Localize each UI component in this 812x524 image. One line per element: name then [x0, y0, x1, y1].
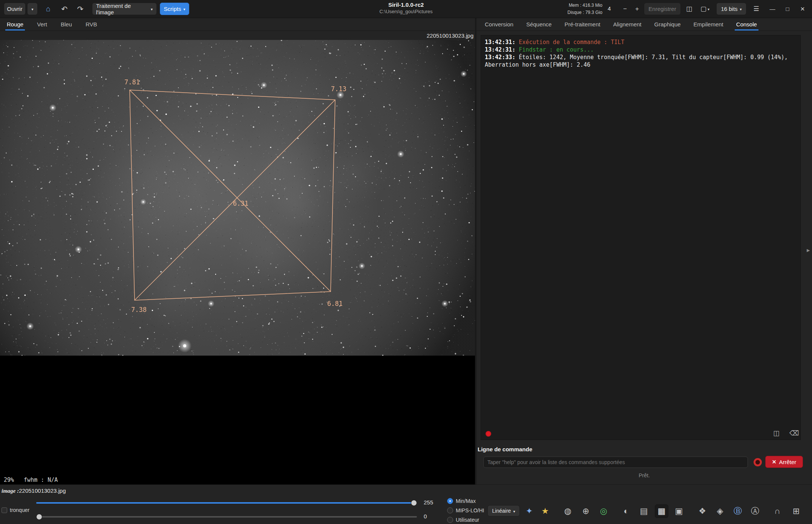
rgb-compose-icon[interactable]: Ⓑ	[731, 504, 745, 518]
command-line-label: Ligne de commande	[478, 446, 532, 452]
log-timestamp: 13:42:31:	[485, 39, 515, 46]
tab-conversion[interactable]: Conversion	[483, 18, 515, 31]
tab-console[interactable]: Console	[735, 18, 758, 31]
scripts-menu-button[interactable]: Scripts ▾	[160, 3, 189, 15]
tab-pretraitement[interactable]: Pré-traitement	[563, 18, 602, 31]
threads-increase-button[interactable]: +	[632, 3, 642, 15]
tab-empilement[interactable]: Empilement	[692, 18, 725, 31]
tilt-fwhm-bottom-right: 6.81	[327, 300, 343, 307]
frames-stack-icon[interactable]: ⊞	[789, 504, 803, 518]
grid-view-icon[interactable]: ▦	[655, 504, 668, 518]
deconvolution-icon[interactable]: ◍	[561, 504, 575, 518]
chevron-down-icon: ▾	[151, 7, 153, 11]
layers-icon[interactable]: ❖	[696, 504, 709, 518]
thread-count-value: 4	[608, 5, 611, 12]
low-level-value: 0	[424, 513, 427, 519]
low-level-slider[interactable]	[36, 514, 417, 520]
astrometry-globe-icon[interactable]: ⊕	[579, 504, 593, 518]
console-output[interactable]: 13:42:31: Exécution de la commande : TIL…	[481, 35, 801, 440]
high-level-value: 255	[424, 499, 433, 506]
tab-graphique[interactable]: Graphique	[653, 18, 682, 31]
threads-decrease-button[interactable]: −	[620, 3, 630, 15]
open-button[interactable]: Ouvrir	[4, 3, 26, 15]
panel-resize-arrow-icon[interactable]: ▶	[807, 248, 810, 253]
menu-icon: ☰	[753, 5, 759, 13]
redo-button[interactable]: ↷	[73, 3, 87, 15]
mode-user-label: Utilisateur	[456, 517, 479, 523]
console-log-line: 13:42:31: Findstar : en cours...	[485, 46, 797, 53]
radio-icon[interactable]	[447, 517, 453, 523]
chevron-down-icon: ▾	[740, 7, 742, 11]
truncate-checkbox[interactable]	[2, 507, 7, 513]
tab-alignement[interactable]: Alignement	[611, 18, 643, 31]
tilt-fwhm-bottom-left: 7.38	[131, 306, 147, 313]
image-processing-menu-label: Traitement de l'image	[96, 3, 149, 15]
photometry-target-icon[interactable]: ◎	[597, 504, 610, 518]
console-log-line: 13:42:33: Étoiles: 1242, Moyenne tronqué…	[485, 53, 797, 69]
image-processing-menu-button[interactable]: Traitement de l'image ▾	[92, 3, 157, 15]
chevron-down-icon: ▾	[183, 7, 185, 11]
low-slider-knob[interactable]	[36, 514, 42, 520]
save-button[interactable]: Enregistrer	[644, 3, 681, 15]
stop-button[interactable]: ✕ Arrêter	[765, 456, 803, 468]
undo-icon: ↶	[61, 5, 68, 14]
close-button[interactable]: ✕	[798, 6, 807, 12]
clear-console-icon[interactable]: ⌫	[789, 429, 799, 437]
scale-mode-selector[interactable]: Linéaire ▾	[487, 505, 520, 516]
maximize-button[interactable]: □	[783, 6, 792, 12]
command-input[interactable]	[483, 457, 748, 468]
negative-view-icon[interactable]: ◐	[619, 504, 633, 518]
scripts-menu-label: Scripts	[164, 6, 181, 12]
hamburger-menu-button[interactable]: ☰	[749, 3, 763, 15]
recording-indicator-icon	[486, 431, 491, 437]
tab-vert[interactable]: Vert	[35, 18, 49, 31]
tab-bleu[interactable]: Bleu	[59, 18, 74, 31]
mode-user-option[interactable]: Utilisateur	[447, 517, 479, 523]
mask-layers-icon[interactable]: ◈	[713, 504, 727, 518]
slider-fill	[36, 502, 414, 504]
chevron-down-icon: ▾	[31, 7, 33, 11]
truncate-label: tronquer	[10, 507, 29, 513]
undo-button[interactable]: ↶	[57, 3, 72, 15]
scale-mode-value: Linéaire	[492, 508, 511, 514]
star-detection-icon[interactable]: ★	[538, 504, 552, 518]
app-title: Siril-1.0.0-rc2	[380, 2, 433, 9]
split-channel-icon[interactable]: ▤	[637, 504, 651, 518]
open-dropdown-button[interactable]: ▾	[27, 3, 38, 15]
single-view-icon[interactable]: ▣	[672, 504, 686, 518]
mode-minmax-label: Min/Max	[456, 498, 476, 504]
tab-rouge[interactable]: Rouge	[5, 18, 25, 31]
layout-selector-button[interactable]: ▢ ▾	[697, 3, 713, 15]
viewer-statusbar: 29%fwhm : N/A	[4, 477, 58, 483]
minus-icon: −	[623, 5, 627, 13]
slider-track[interactable]	[36, 516, 417, 518]
annotations-icon[interactable]: Ⓐ	[748, 504, 762, 518]
image-label: image :	[2, 488, 19, 494]
image-viewer[interactable]: 7.81 7.13 6.81 7.38 6.31 29%fwhm : N/A	[0, 40, 475, 484]
tab-rvb[interactable]: RVB	[84, 18, 99, 31]
high-level-slider[interactable]	[36, 500, 417, 506]
tab-sequence[interactable]: Séquence	[525, 18, 553, 31]
log-message: Findstar : en cours...	[519, 46, 594, 53]
mode-mips-option[interactable]: MIPS-LO/HI	[447, 507, 484, 513]
system-resources: Mem : 416.3 Mio Disque : 79.3 Gio	[567, 2, 602, 16]
current-image-line: image :220510013023.jpg	[2, 487, 66, 494]
stop-button-label: Arrêter	[779, 459, 796, 465]
radio-icon[interactable]	[447, 507, 453, 513]
log-timestamp: 13:42:31:	[485, 46, 515, 53]
export-log-icon[interactable]: ◫	[773, 429, 780, 437]
workflow-tabbar: Conversion Séquence Pré-traitement Align…	[476, 18, 812, 31]
log-timestamp: 13:42:33:	[485, 54, 515, 61]
bit-depth-value: 16 bits	[721, 6, 737, 12]
home-button[interactable]: ⌂	[41, 3, 55, 15]
high-slider-knob[interactable]	[411, 500, 417, 506]
histogram-icon[interactable]: ∩	[771, 504, 784, 518]
annotate-stars-icon[interactable]: ✦	[522, 504, 536, 518]
bottom-panel: image :220510013023.jpg 255 tronquer 0 M…	[0, 484, 812, 524]
radio-icon[interactable]	[447, 498, 453, 504]
minimize-button[interactable]: —	[768, 6, 777, 12]
mode-minmax-option[interactable]: Min/Max	[447, 498, 476, 504]
image-display-button[interactable]: ◫	[683, 3, 695, 15]
bit-depth-selector[interactable]: 16 bits ▾	[716, 3, 746, 15]
tilt-fwhm-top-right: 7.13	[331, 85, 346, 93]
